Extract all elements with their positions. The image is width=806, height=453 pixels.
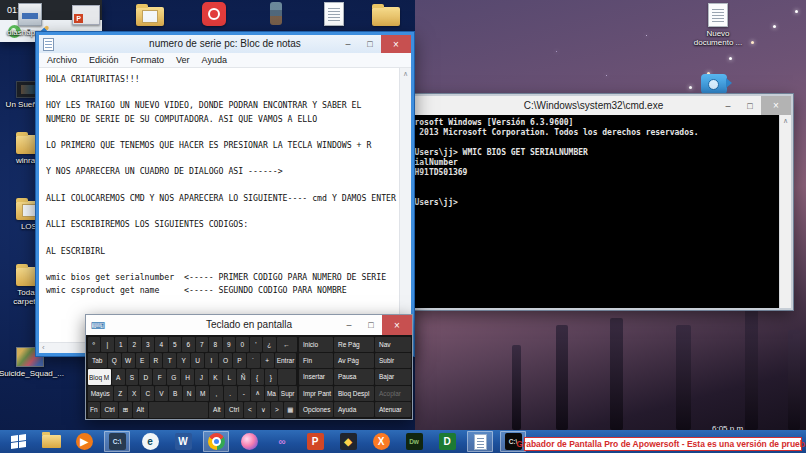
key-v[interactable]: V	[155, 386, 168, 401]
key-subir[interactable]: Subir	[375, 353, 411, 368]
menu-formato[interactable]: Formato	[125, 53, 171, 68]
key-r[interactable]: R	[150, 353, 163, 368]
key-1[interactable]: 1	[115, 337, 128, 352]
key-arrow-left[interactable]: <	[244, 402, 256, 417]
key-h[interactable]: H	[181, 369, 194, 384]
taskbar-powerpoint[interactable]: P	[302, 431, 328, 452]
screen-recorder-desktop-icon[interactable]	[701, 74, 727, 94]
key-brace-close[interactable]: }	[265, 369, 278, 384]
taskbar-dev-tool[interactable]: D	[434, 431, 460, 452]
key-tab[interactable]: Tab	[88, 353, 107, 368]
key-q[interactable]: Q	[108, 353, 121, 368]
desktop-icon-text-document[interactable]	[306, 2, 362, 26]
key-i[interactable]: I	[205, 353, 218, 368]
key-atenuar[interactable]: Atenuar	[375, 402, 411, 417]
keyboard-maximize-button[interactable]: □	[360, 315, 382, 335]
key-0[interactable]: 0	[236, 337, 249, 352]
key-caps-lock[interactable]: Bloq M	[88, 369, 111, 384]
key-9[interactable]: 9	[223, 337, 236, 352]
key-e[interactable]: E	[136, 353, 149, 368]
key-m[interactable]: M	[196, 386, 209, 401]
key-fn[interactable]: Fn	[88, 402, 100, 417]
cmd-maximize-button[interactable]: □	[739, 96, 761, 115]
taskbar-eset[interactable]: e	[137, 431, 163, 452]
key-z[interactable]: Z	[114, 386, 127, 401]
key-5[interactable]: 5	[169, 337, 182, 352]
key-shift-left[interactable]: Mayús	[88, 386, 113, 401]
key-arrow-up[interactable]: ∧	[251, 386, 264, 401]
taskbar-start[interactable]	[5, 431, 31, 452]
menu-archivo[interactable]: Archivo	[41, 53, 83, 68]
key-windows[interactable]: ⊞	[119, 402, 131, 417]
menu-edición[interactable]: Edición	[83, 53, 125, 68]
cmd-close-button[interactable]: ×	[761, 96, 791, 115]
key-apostrophe[interactable]: '	[250, 337, 263, 352]
key-shift-right[interactable]: Ma	[265, 386, 278, 401]
desktop-icon-nuevo-documento[interactable]: Nuevo documento ...	[686, 3, 750, 47]
key-nav[interactable]: Nav	[375, 337, 411, 352]
key-arrow-right[interactable]: >	[271, 402, 283, 417]
desktop-icon-images-folder[interactable]	[122, 2, 178, 26]
key-acute[interactable]: ´	[247, 353, 260, 368]
key-u[interactable]: U	[191, 353, 204, 368]
notepad-maximize-button[interactable]: □	[359, 35, 381, 53]
key-7[interactable]: 7	[196, 337, 209, 352]
taskbar-notepad-open[interactable]	[467, 431, 493, 452]
taskbar-file-explorer[interactable]	[38, 431, 64, 452]
key-fin[interactable]: Fin	[299, 353, 333, 368]
keyboard-minimize-button[interactable]: –	[338, 315, 360, 335]
menu-ver[interactable]: Ver	[170, 53, 196, 68]
key-opciones[interactable]: Opciones	[299, 402, 333, 417]
key-bajar[interactable]: Bajar	[375, 369, 411, 384]
key-c[interactable]: C	[141, 386, 154, 401]
key-6[interactable]: 6	[182, 337, 195, 352]
key-re-pág[interactable]: Re Pág	[334, 337, 374, 352]
key-plus[interactable]: +	[261, 353, 274, 368]
key-bloq-despl[interactable]: Bloq Despl	[334, 386, 374, 401]
key-f[interactable]: F	[153, 369, 166, 384]
key-ctrl-left[interactable]: Ctrl	[101, 402, 118, 417]
taskbar-cmd-pinned[interactable]: C:\	[104, 431, 130, 452]
key-4[interactable]: 4	[155, 337, 168, 352]
key-acoplar[interactable]: Acoplar	[375, 386, 411, 401]
key-p[interactable]: P	[233, 353, 246, 368]
key-insertar[interactable]: Insertar	[299, 369, 333, 384]
key-8[interactable]: 8	[209, 337, 222, 352]
key-ordinal[interactable]: º	[88, 337, 101, 352]
key-brace-open[interactable]: {	[251, 369, 264, 384]
key-d[interactable]: D	[139, 369, 152, 384]
menu-ayuda[interactable]: Ayuda	[196, 53, 233, 68]
key-period[interactable]: .	[224, 386, 237, 401]
key-inverted-question[interactable]: ¿	[263, 337, 276, 352]
desktop-icon-folder[interactable]	[358, 2, 414, 26]
key-3[interactable]: 3	[142, 337, 155, 352]
key-ñ[interactable]: Ñ	[237, 369, 250, 384]
taskbar-dreamweaver[interactable]: Dw	[401, 431, 427, 452]
notepad-titlebar[interactable]: numero de serie pc: Bloc de notas – □ ×	[39, 35, 411, 53]
key-b[interactable]: B	[169, 386, 182, 401]
key-impr-pant[interactable]: Impr Pant	[299, 386, 333, 401]
notepad-vertical-scrollbar[interactable]: ∧	[399, 68, 411, 342]
key-x[interactable]: X	[128, 386, 141, 401]
cmd-minimize-button[interactable]: –	[717, 96, 739, 115]
key-delete[interactable]: Supr	[279, 386, 297, 401]
taskbar-media-player[interactable]: ▶	[71, 431, 97, 452]
key-enter-tail[interactable]	[278, 369, 296, 384]
key-inicio[interactable]: Inicio	[299, 337, 333, 352]
cmd-titlebar[interactable]: C:\ C:\Windows\system32\cmd.exe – □ ×	[396, 96, 791, 115]
notepad-minimize-button[interactable]: –	[337, 35, 359, 53]
taskbar-word[interactable]: W	[170, 431, 196, 452]
key-l[interactable]: L	[223, 369, 236, 384]
key-y[interactable]: Y	[177, 353, 190, 368]
notepad-close-button[interactable]: ×	[381, 35, 411, 53]
keyboard-titlebar[interactable]: ⌨ Teclado en pantalla – □ ×	[86, 315, 412, 335]
key-arrow-down[interactable]: ∨	[257, 402, 269, 417]
key-2[interactable]: 2	[128, 337, 141, 352]
taskbar-chrome[interactable]	[203, 431, 229, 452]
key-av-pág[interactable]: Av Pág	[334, 353, 374, 368]
key-a[interactable]: A	[112, 369, 125, 384]
key-s[interactable]: S	[126, 369, 139, 384]
key-enter[interactable]: Entrar	[275, 353, 297, 368]
key-pipe[interactable]: |	[101, 337, 114, 352]
key-o[interactable]: O	[219, 353, 232, 368]
